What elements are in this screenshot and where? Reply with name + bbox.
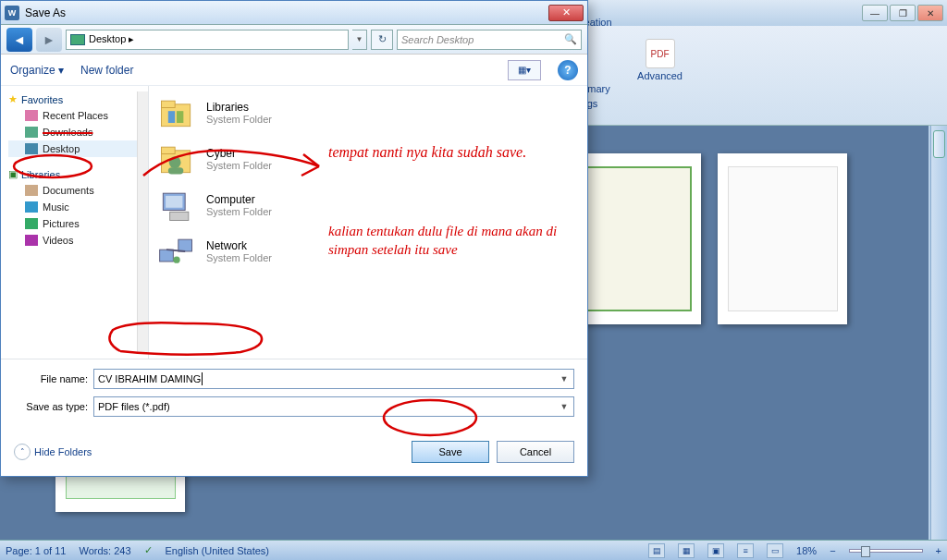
minimize-button[interactable]: — <box>862 5 888 21</box>
dialog-title: Save As <box>25 6 548 19</box>
back-button[interactable]: ◄ <box>6 28 32 52</box>
organize-menu[interactable]: Organize ▾ <box>10 64 64 77</box>
zoom-slider[interactable] <box>849 549 923 553</box>
save-as-dialog: W Save As ✕ ◄ ► Desktop ▸ ▼ ↻ Search Des… <box>0 0 588 477</box>
svg-rect-9 <box>166 196 182 208</box>
zoom-out[interactable]: − <box>830 545 835 556</box>
desktop-icon <box>25 143 38 154</box>
view-draft[interactable]: ▭ <box>767 543 783 558</box>
chevron-up-icon: ˄ <box>14 444 31 460</box>
save-type-select[interactable]: PDF files (*.pdf)▼ <box>93 396 574 417</box>
pictures-icon <box>25 218 38 229</box>
view-full-screen[interactable]: ▦ <box>678 543 695 558</box>
file-name-input[interactable]: CV IBRAHIM DAMING▼ <box>93 369 574 389</box>
dialog-form: File name: CV IBRAHIM DAMING▼ Save as ty… <box>1 359 587 433</box>
view-outline[interactable]: ≡ <box>737 543 754 558</box>
dialog-sidebar: ★Favorites Recent Places Downloads Deskt… <box>1 86 149 359</box>
hide-folders-button[interactable]: ˄Hide Folders <box>14 444 92 460</box>
search-icon: 🔍 <box>564 33 577 45</box>
music-icon <box>25 201 38 213</box>
help-button[interactable]: ? <box>558 60 578 80</box>
folder-computer[interactable]: ComputerSystem Folder <box>156 188 580 223</box>
close-button[interactable]: ✕ <box>917 5 943 21</box>
svg-rect-2 <box>168 111 175 123</box>
search-input[interactable]: Search Desktop 🔍 <box>397 30 582 50</box>
word-icon: W <box>5 6 19 20</box>
folder-network[interactable]: NetworkSystem Folder <box>156 234 580 269</box>
save-button[interactable]: Save <box>412 441 489 463</box>
pdf-gear-icon: PDF <box>646 39 675 68</box>
status-words[interactable]: Words: 243 <box>79 545 130 556</box>
svg-rect-1 <box>162 101 176 107</box>
network-icon <box>156 234 197 269</box>
svg-point-6 <box>169 156 181 168</box>
sidebar-recent-places[interactable]: Recent Places <box>8 107 137 124</box>
cancel-button[interactable]: Cancel <box>497 441 574 463</box>
refresh-button[interactable]: ↻ <box>371 30 393 50</box>
address-bar[interactable]: Desktop ▸ <box>66 30 349 50</box>
svg-point-14 <box>173 257 179 263</box>
sidebar-scrollbar[interactable] <box>137 91 148 353</box>
folder-cyber[interactable]: CyberSystem Folder <box>156 141 580 177</box>
dialog-close-button[interactable]: ✕ <box>548 5 584 21</box>
zoom-level[interactable]: 18% <box>796 545 817 556</box>
sidebar-music[interactable]: Music <box>8 199 137 215</box>
documents-icon <box>25 185 38 196</box>
restore-button[interactable]: ❐ <box>890 5 916 21</box>
sidebar-downloads[interactable]: Downloads <box>8 124 137 140</box>
sidebar-videos[interactable]: Videos <box>8 232 137 249</box>
sidebar-documents[interactable]: Documents <box>8 182 137 199</box>
zoom-in[interactable]: + <box>936 545 941 556</box>
status-language[interactable]: English (United States) <box>166 545 270 556</box>
sidebar-libraries[interactable]: ▣Libraries <box>8 166 137 182</box>
forward-button[interactable]: ► <box>36 28 62 52</box>
view-print-layout[interactable]: ▤ <box>648 543 665 558</box>
sidebar-favorites[interactable]: ★Favorites <box>8 91 137 107</box>
sidebar-pictures[interactable]: Pictures <box>8 215 137 232</box>
doc-thumb[interactable] <box>572 153 701 324</box>
spellcheck-icon[interactable]: ✓ <box>144 544 153 556</box>
status-bar: Page: 1 of 11 Words: 243 ✓ English (Unit… <box>0 540 947 560</box>
libraries-icon <box>156 95 197 130</box>
videos-icon <box>25 235 38 246</box>
dialog-content[interactable]: LibrariesSystem Folder CyberSystem Folde… <box>149 86 587 359</box>
svg-rect-5 <box>162 147 176 153</box>
status-page[interactable]: Page: 1 of 11 <box>6 545 66 556</box>
svg-rect-3 <box>177 111 183 123</box>
downloads-icon <box>25 127 38 138</box>
dialog-titlebar[interactable]: W Save As ✕ <box>1 1 587 25</box>
svg-rect-12 <box>178 239 192 251</box>
dialog-nav: ◄ ► Desktop ▸ ▼ ↻ Search Desktop 🔍 <box>1 25 587 55</box>
computer-icon <box>156 188 197 223</box>
star-icon: ★ <box>8 93 18 105</box>
doc-thumb[interactable] <box>718 153 847 324</box>
view-mode-dropdown[interactable]: ▦▾ <box>508 60 541 80</box>
libraries-icon: ▣ <box>8 168 18 180</box>
svg-rect-10 <box>170 212 189 220</box>
view-web[interactable]: ▣ <box>707 543 724 558</box>
svg-rect-7 <box>168 167 184 174</box>
chevron-down-icon[interactable]: ▼ <box>557 371 572 386</box>
dialog-footer: ˄Hide Folders Save Cancel <box>1 433 587 476</box>
user-folder-icon <box>156 141 197 177</box>
address-dropdown[interactable]: ▼ <box>352 30 367 50</box>
dialog-toolbar: Organize ▾ New folder ▦▾ ? <box>1 55 587 86</box>
sidebar-desktop[interactable]: Desktop <box>8 140 137 157</box>
desktop-icon <box>70 34 85 45</box>
advanced-button[interactable]: PDF Advanced <box>632 35 688 85</box>
file-name-label: File name: <box>14 373 88 384</box>
new-folder-button[interactable]: New folder <box>80 64 133 77</box>
chevron-down-icon[interactable]: ▼ <box>557 399 572 414</box>
vertical-scrollbar[interactable] <box>930 126 947 540</box>
recent-icon <box>25 110 38 121</box>
save-type-label: Save as type: <box>14 401 88 412</box>
svg-rect-11 <box>160 250 174 262</box>
folder-libraries[interactable]: LibrariesSystem Folder <box>156 95 580 130</box>
